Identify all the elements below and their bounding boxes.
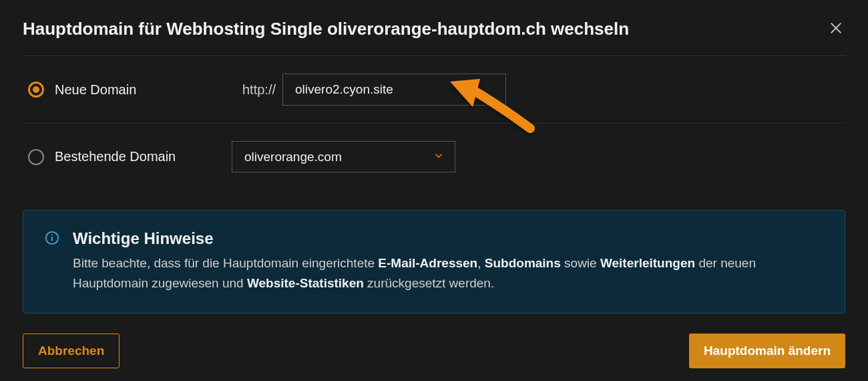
radio-new-domain[interactable]: Neue Domain <box>28 82 232 98</box>
cancel-button[interactable]: Abbrechen <box>23 334 120 368</box>
url-prefix: http:// <box>232 82 276 98</box>
close-icon <box>829 21 843 35</box>
info-notice: Wichtige Hinweise Bitte beachte, dass fü… <box>23 210 845 313</box>
radio-label-text: Bestehende Domain <box>55 149 176 164</box>
info-title: Wichtige Hinweise <box>73 229 821 248</box>
svg-point-2 <box>51 235 53 236</box>
dialog-header: Hauptdomain für Webhosting Single oliver… <box>23 19 845 56</box>
change-maindomain-dialog: Hauptdomain für Webhosting Single oliver… <box>0 0 868 381</box>
dialog-title: Hauptdomain für Webhosting Single oliver… <box>23 19 629 39</box>
dialog-footer: Abbrechen Hauptdomain ändern <box>23 313 845 368</box>
radio-indicator-unselected <box>28 149 44 165</box>
option-row-existing-domain: Bestehende Domain oliverorange.com <box>23 123 845 190</box>
radio-indicator-selected <box>28 82 44 98</box>
info-icon <box>45 231 59 245</box>
close-button[interactable] <box>827 19 845 37</box>
radio-label-text: Neue Domain <box>55 82 136 98</box>
info-body: Bitte beachte, dass für die Hauptdomain … <box>73 253 821 294</box>
new-domain-input[interactable] <box>282 74 506 106</box>
existing-domain-select-wrapper: oliverorange.com <box>232 141 455 172</box>
radio-existing-domain[interactable]: Bestehende Domain <box>28 149 232 165</box>
option-row-new-domain: Neue Domain http:// <box>23 56 845 123</box>
existing-domain-select[interactable]: oliverorange.com <box>232 141 455 172</box>
submit-button[interactable]: Hauptdomain ändern <box>689 334 845 368</box>
